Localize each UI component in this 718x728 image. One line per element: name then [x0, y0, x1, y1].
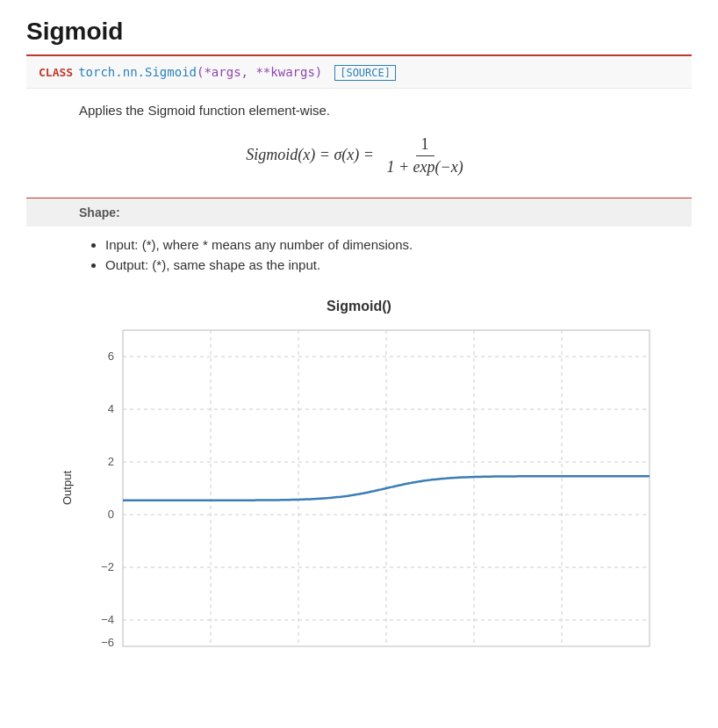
input-bullet: Input: (*), where * means any number of … [105, 237, 692, 252]
svg-text:2: 2 [107, 455, 113, 468]
chart-section: Sigmoid() Output 6 [26, 299, 692, 655]
chart-title: Sigmoid() [26, 299, 692, 314]
output-bullet: Output: (*), same shape as the input. [105, 257, 692, 272]
formula: Sigmoid(x) = σ(x) = 1 1 + exp(−x) [26, 135, 692, 177]
class-header: CLASStorch.nn.Sigmoid(*args, **kwargs) [… [26, 56, 692, 89]
svg-text:6: 6 [107, 350, 113, 363]
class-keyword: CLASS [39, 66, 73, 79]
chart-wrapper: Output 6 4 2 0 [26, 321, 692, 655]
formula-denominator: 1 + exp(−x) [381, 156, 468, 177]
page-title: Sigmoid [26, 18, 692, 46]
svg-text:4: 4 [107, 402, 113, 415]
shape-header: Shape: [26, 198, 692, 227]
formula-fraction: 1 1 + exp(−x) [381, 135, 468, 177]
class-name: torch.nn.Sigmoid [78, 65, 197, 79]
formula-left: Sigmoid(x) = σ(x) = [246, 146, 374, 163]
formula-numerator: 1 [416, 135, 434, 156]
svg-text:−4: −4 [101, 613, 114, 626]
shape-list: Input: (*), where * means any number of … [105, 237, 692, 272]
svg-text:0: 0 [107, 508, 113, 521]
class-args: (*args, **kwargs) [197, 65, 322, 79]
svg-text:−6: −6 [101, 636, 114, 649]
chart-ylabel: Output [61, 471, 74, 505]
source-link[interactable]: [SOURCE] [334, 65, 396, 81]
svg-text:−2: −2 [101, 560, 114, 573]
description: Applies the Sigmoid function element-wis… [79, 103, 692, 118]
sigmoid-chart: 6 4 2 0 −2 −4 −6 [79, 321, 658, 655]
